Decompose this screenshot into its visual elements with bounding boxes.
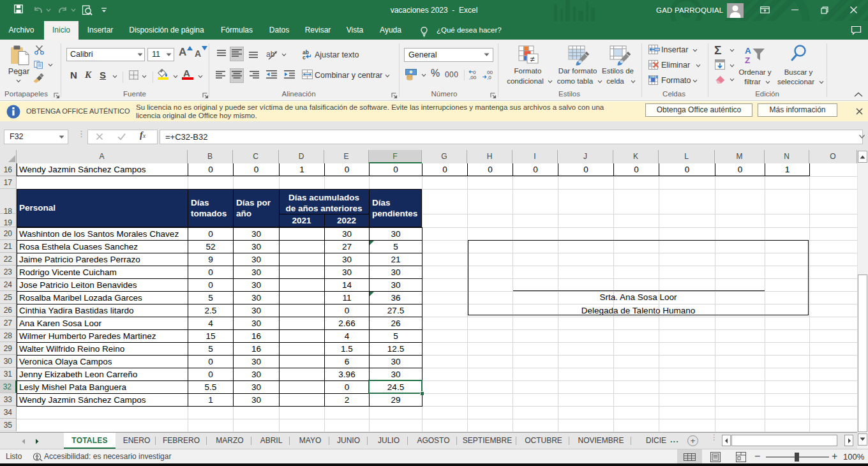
svg-text:Z: Z — [745, 56, 750, 65]
svg-text:A: A — [745, 46, 751, 56]
svg-text:≠: ≠ — [530, 54, 535, 64]
svg-text:c: c — [303, 54, 306, 60]
svg-text:,0: ,0 — [487, 75, 491, 80]
svg-text:,00: ,00 — [469, 75, 477, 80]
